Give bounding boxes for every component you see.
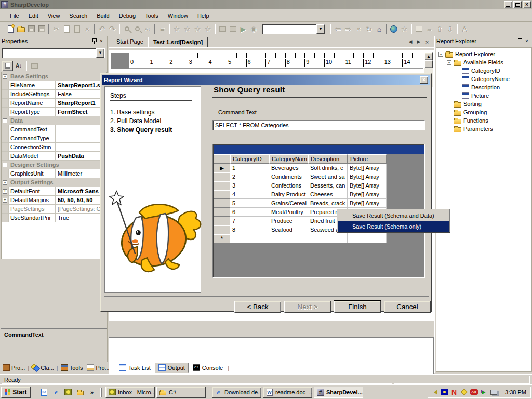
volume-icon[interactable] xyxy=(430,388,438,396)
wireless-status-icon[interactable] xyxy=(440,388,448,396)
bookmark-next-icon[interactable]: ☆ xyxy=(192,24,203,34)
menu-search[interactable]: Search xyxy=(64,10,92,21)
property-value[interactable] xyxy=(56,134,106,142)
tab-properties[interactable]: Pro... xyxy=(85,363,111,373)
av-scanner-icon[interactable]: ▶ xyxy=(480,388,488,396)
taskbar-grip[interactable] xyxy=(34,388,35,397)
web-browser-icon[interactable] xyxy=(389,24,399,34)
wizard-titlebar[interactable]: Report Wizard × xyxy=(102,75,430,85)
row-selector[interactable] xyxy=(214,172,230,181)
row-selector[interactable] xyxy=(214,199,230,208)
menu-help[interactable]: Help xyxy=(193,10,214,21)
property-value[interactable]: PushData xyxy=(56,152,106,160)
tree-node-field[interactable]: CategoryID xyxy=(436,66,531,75)
grid-row[interactable]: 5Grains/CerealBreads, crackByte[] Array xyxy=(214,199,424,208)
grid-cell[interactable]: Byte[] Array xyxy=(348,181,387,190)
property-row[interactable]: CommandText xyxy=(2,125,106,134)
property-row[interactable]: ReportTypeFormSheet xyxy=(2,108,106,116)
move-down-icon[interactable]: ⇩ xyxy=(445,24,455,34)
property-row[interactable]: DataModelPushData xyxy=(2,152,106,161)
taskbar-button-inbox[interactable]: Inbox - Micro... xyxy=(105,387,155,398)
grid-cell[interactable]: Breads, crack xyxy=(308,199,348,208)
tab-scroll-right-icon[interactable]: ▶ xyxy=(415,39,422,45)
current-row-marker[interactable]: ▶ xyxy=(214,164,230,172)
cancel-button[interactable]: Cancel xyxy=(384,301,431,313)
grid-cell[interactable]: Dairy Product xyxy=(269,190,308,199)
row-selector-header[interactable] xyxy=(214,154,230,164)
minimize-button[interactable] xyxy=(504,1,512,8)
column-header[interactable]: CategoryNam xyxy=(269,154,308,164)
grid-cell[interactable]: Byte[] Array xyxy=(348,199,387,208)
redo-icon[interactable]: ↷ xyxy=(107,24,117,34)
toolbar-combobox-dropdown-icon[interactable]: ▼ xyxy=(316,24,325,34)
grid-cell[interactable]: Beverages xyxy=(269,164,308,172)
tab-tools[interactable]: Tools xyxy=(59,363,85,373)
finish-button[interactable]: Finish xyxy=(334,301,381,313)
taskbar-button-explorer[interactable]: C:\ xyxy=(156,387,206,398)
grid-row[interactable]: ▶1BeveragesSoft drinks, cByte[] Array xyxy=(214,164,424,172)
media-app-icon[interactable] xyxy=(63,387,73,397)
todo-list-icon[interactable]: ≡ xyxy=(157,24,167,34)
collapse-icon[interactable]: - xyxy=(3,74,7,79)
row-selector[interactable] xyxy=(214,190,230,199)
tab-classes[interactable]: Cla... xyxy=(30,363,56,373)
uncomment-region-icon[interactable] xyxy=(228,24,238,34)
property-row[interactable]: UseStandartPrirTrue xyxy=(2,214,106,222)
property-row[interactable]: ReportNameSharpReport1 xyxy=(2,99,106,108)
grid-cell[interactable]: Byte[] Array xyxy=(348,172,387,181)
menu-tools[interactable]: Tools xyxy=(140,10,163,21)
back-button[interactable]: < Back xyxy=(234,301,281,313)
network-icon[interactable] xyxy=(489,388,498,396)
grid-cell[interactable]: Meat/Poultry xyxy=(269,208,308,217)
close-icon[interactable]: × xyxy=(98,38,105,45)
pin-icon[interactable] xyxy=(516,38,523,45)
menubar-grip[interactable] xyxy=(2,11,3,20)
chevron-down-icon[interactable]: ▼ xyxy=(96,48,104,58)
expand-icon[interactable]: + xyxy=(3,189,7,194)
expand-icon[interactable]: + xyxy=(3,198,7,203)
taskbar-clock[interactable]: 3:38 PM xyxy=(505,389,526,395)
tab-scroll-left-icon[interactable]: ◀ xyxy=(407,39,414,45)
bookmark-toggle-icon[interactable]: ☆ xyxy=(171,24,182,34)
copy-icon[interactable] xyxy=(61,24,72,34)
property-value[interactable]: SharpReport1 xyxy=(56,99,106,107)
scrollbar-thumb[interactable] xyxy=(424,60,433,68)
tab-console[interactable]: C:\Console xyxy=(190,363,226,373)
toolbar-grip[interactable] xyxy=(2,24,3,34)
property-row[interactable]: GraphicsUnitMillimeter xyxy=(2,169,106,178)
row-selector[interactable] xyxy=(214,181,230,190)
row-selector[interactable] xyxy=(214,217,230,225)
taskbar-button-readme[interactable]: Wreadme.doc -... xyxy=(263,387,312,398)
grid-cell[interactable]: Produce xyxy=(269,217,308,225)
collapse-icon[interactable]: - xyxy=(3,180,7,185)
grid-cell[interactable]: 8 xyxy=(230,225,269,234)
collapse-icon[interactable]: - xyxy=(3,163,7,167)
taskbar-button-sharpdevelop[interactable]: #SharpDevel... xyxy=(314,387,363,398)
stop-icon[interactable]: ◉ xyxy=(248,24,259,34)
tab-projects[interactable]: Pro... xyxy=(1,363,26,373)
restore-button[interactable] xyxy=(513,1,522,8)
close-button[interactable]: × xyxy=(523,1,531,8)
menu-edit[interactable]: Edit xyxy=(24,10,43,21)
grid-cell[interactable]: Desserts, can xyxy=(308,181,348,190)
fit-width-icon[interactable]: ⇔ xyxy=(424,24,434,34)
property-row[interactable]: PageSettings[PageSettings: Colo xyxy=(2,205,106,214)
tab-output[interactable]: Output xyxy=(155,363,189,373)
grid-cell[interactable]: Confections xyxy=(269,181,308,190)
menu-item-save-schema-and-data[interactable]: Save Result (Schema and Data) xyxy=(338,210,449,221)
grid-cell[interactable]: 5 xyxy=(230,199,269,208)
tree-node-parameters[interactable]: Parameters xyxy=(436,125,531,133)
property-value[interactable]: 50, 50, 50, 50 xyxy=(56,196,106,204)
bookmark-clear-icon[interactable]: ☆ xyxy=(203,24,213,34)
netscape-icon[interactable]: N xyxy=(450,388,458,396)
property-pages-icon[interactable] xyxy=(29,61,40,71)
property-value[interactable]: Microsoft Sans S xyxy=(56,187,106,195)
outlook-express-icon[interactable]: ✉ xyxy=(39,387,49,397)
paste-icon[interactable] xyxy=(72,24,82,34)
replace-icon[interactable]: A↓ xyxy=(142,24,153,34)
browser-stop-icon[interactable]: × xyxy=(353,24,364,34)
property-value[interactable] xyxy=(56,125,106,134)
next-button[interactable]: Next > xyxy=(284,301,331,313)
column-header[interactable]: CategoryID xyxy=(230,154,269,164)
collapse-icon[interactable]: - xyxy=(438,52,443,57)
